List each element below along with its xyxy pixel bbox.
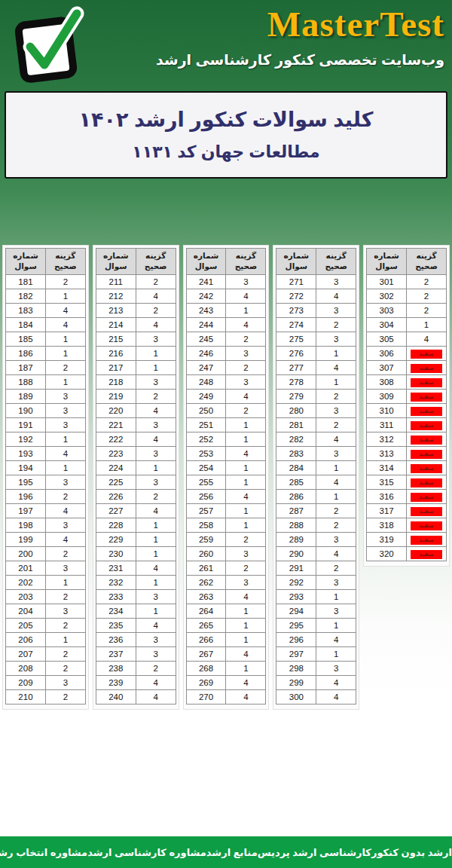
question-number-cell: 216 [96,347,136,361]
question-number-cell: 196 [6,490,46,504]
correct-option-cell: 3 [316,447,356,461]
question-number-cell: 221 [96,418,136,432]
answer-table-panel: شماره سوال گزینه صحیح 301230223032304130… [363,245,450,567]
cancelled-answer-badge: سفید [411,393,443,402]
footer-link[interactable]: منابع ارشد [206,847,258,858]
correct-option-cell: 2 [226,361,266,375]
correct-option-cell: 2 [226,332,266,347]
question-number-cell: 224 [96,461,136,475]
logo-link[interactable] [9,3,84,87]
answer-row: 2681 [186,662,266,676]
correct-option-cell: سفید [407,475,447,490]
answer-row: 2603 [186,547,266,561]
answer-table-panel: شماره سوال گزینه صحیح 271327242733274227… [273,245,359,710]
correct-option-cell: 3 [136,375,176,390]
question-number-cell: 213 [96,304,136,318]
answer-row: 2354 [96,619,176,633]
answer-row: 2314 [96,561,176,576]
correct-option-cell: 3 [316,576,356,590]
answer-row: 2112 [96,275,176,289]
answer-row: 2373 [96,647,176,662]
answer-row: 2742 [276,318,356,332]
correct-option-cell: 3 [45,518,85,533]
correct-option-cell: 4 [136,690,176,704]
footer-link[interactable]: مشاوره انتخاب رشته ارشد [0,847,87,858]
question-number-cell: 215 [96,332,136,347]
correct-option-cell: 3 [136,418,176,432]
answer-row: 1941 [6,461,86,475]
answer-row: 2812 [276,418,356,432]
correct-option-cell: 4 [45,533,85,547]
correct-option-cell: 2 [316,504,356,518]
question-number-cell: 210 [6,690,46,704]
question-col-header: شماره سوال [186,249,226,275]
question-number-cell: 258 [186,518,226,533]
correct-option-cell: 1 [136,547,176,561]
correct-option-cell: 2 [45,547,85,561]
answer-row: 1812 [6,275,86,289]
answer-row: 2971 [276,647,356,662]
answer-row: 2341 [96,604,176,619]
correct-option-cell: 2 [45,690,85,704]
question-number-cell: 186 [6,347,46,361]
question-number-cell: 255 [186,475,226,490]
answer-row: 2841 [276,461,356,475]
question-number-cell: 260 [186,547,226,561]
answer-row: 2912 [276,561,356,576]
footer-link[interactable]: ارشد بدون کنکور [371,847,452,858]
answer-row: 1962 [6,490,86,504]
cancelled-answer-badge: سفید [411,464,443,473]
answer-row: 2483 [186,375,266,390]
correct-option-cell: سفید [407,461,447,475]
question-number-cell: 247 [186,361,226,375]
question-number-cell: 274 [276,318,316,332]
correct-option-cell: 1 [136,604,176,619]
question-number-cell: 228 [96,518,136,533]
answer-row: 2494 [186,390,266,404]
answer-key-table: شماره سوال گزینه صحیح 181218211834184418… [5,248,86,704]
footer-link[interactable]: مشاوره کارشناسی ارشد [87,847,206,858]
question-number-cell: 290 [276,547,316,561]
question-number-cell: 288 [276,518,316,533]
cancelled-answer-badge: سفید [411,478,443,487]
answer-row: 313سفید [367,447,447,461]
question-number-cell: 272 [276,289,316,304]
question-number-cell: 230 [96,547,136,561]
answer-row: 2612 [186,561,266,576]
answer-row: 306سفید [367,347,447,361]
correct-option-cell: سفید [407,375,447,390]
question-number-cell: 233 [96,590,136,604]
answer-row: 2733 [276,304,356,318]
correct-option-cell: سفید [407,490,447,504]
correct-option-cell: 3 [136,633,176,647]
question-number-cell: 207 [6,647,46,662]
correct-option-cell: 2 [407,304,447,318]
answer-row: 2824 [276,432,356,447]
correct-option-cell: 1 [407,318,447,332]
question-number-cell: 256 [186,490,226,504]
answer-row: 2144 [96,318,176,332]
question-number-cell: 306 [367,347,407,361]
table-header-row: شماره سوال گزینه صحیح [276,249,356,275]
footer-link[interactable]: کارشناسی ارشد پردیس [258,847,371,858]
correct-option-cell: 3 [316,533,356,547]
answer-row: 2651 [186,619,266,633]
answer-row: 2803 [276,404,356,418]
question-number-cell: 276 [276,347,316,361]
question-number-cell: 252 [186,432,226,447]
correct-option-cell: 2 [45,361,85,375]
answer-row: 2394 [96,676,176,690]
answer-row: 308سفید [367,375,447,390]
correct-option-cell: 4 [45,304,85,318]
correct-option-cell: 1 [45,347,85,361]
question-number-cell: 184 [6,318,46,332]
question-number-cell: 192 [6,432,46,447]
correct-option-cell: سفید [407,418,447,432]
question-number-cell: 202 [6,576,46,590]
question-number-cell: 312 [367,432,407,447]
question-number-cell: 275 [276,332,316,347]
answer-row: 2213 [96,418,176,432]
question-number-cell: 315 [367,475,407,490]
correct-option-cell: 3 [136,447,176,461]
correct-option-cell: 1 [226,633,266,647]
